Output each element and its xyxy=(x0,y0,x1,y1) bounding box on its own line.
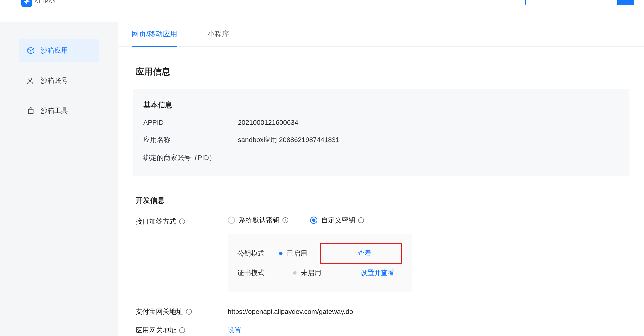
info-icon[interactable]: i xyxy=(282,217,288,223)
sidebar-item-label: 沙箱账号 xyxy=(41,76,68,85)
status-enabled: 已启用 xyxy=(287,249,307,258)
app-name-value: sandbox应用:2088621987441831 xyxy=(238,135,340,144)
alipay-gateway-value: https://openapi.alipaydev.com/gateway.do xyxy=(228,308,353,316)
bag-icon xyxy=(27,107,35,115)
section-title-app-info: 应用信息 xyxy=(136,66,644,78)
sidebar-item-label: 沙箱工具 xyxy=(41,106,68,115)
top-search xyxy=(525,0,634,5)
sidebar-item-sandbox-account[interactable]: 沙箱账号 xyxy=(19,69,99,92)
tab-miniapp[interactable]: 小程序 xyxy=(207,20,229,46)
tab-bar: 网页/移动应用 小程序 xyxy=(118,20,644,47)
radio-custom-key[interactable]: 自定义密钥 i xyxy=(310,216,364,225)
info-icon[interactable]: i xyxy=(358,217,364,223)
svg-point-0 xyxy=(29,78,32,81)
header-bar: ALIPAY xyxy=(0,0,644,22)
logo-icon xyxy=(21,0,32,7)
sidebar-item-label: 沙箱应用 xyxy=(41,46,68,55)
radio-icon xyxy=(228,217,235,224)
app-name-label: 应用名称 xyxy=(143,135,238,144)
search-button[interactable] xyxy=(617,0,634,5)
info-icon[interactable]: i xyxy=(179,327,185,333)
logo-text: ALIPAY xyxy=(34,0,57,5)
tab-web-mobile[interactable]: 网页/移动应用 xyxy=(132,20,177,46)
appid-label: APPID xyxy=(143,119,238,126)
brand-logo: ALIPAY xyxy=(21,0,57,7)
cube-icon xyxy=(27,46,35,55)
pid-label: 绑定的商家账号（PID） xyxy=(143,153,238,162)
cert-mode-label: 证书模式 xyxy=(238,268,293,277)
basic-info-title: 基本信息 xyxy=(143,100,619,110)
sign-method-label: 接口加签方式 xyxy=(136,217,176,226)
sidebar: 沙箱应用 沙箱账号 沙箱工具 xyxy=(0,22,118,336)
info-icon[interactable]: i xyxy=(179,219,185,224)
sidebar-item-sandbox-app[interactable]: 沙箱应用 xyxy=(19,39,99,62)
public-key-label: 公钥模式 xyxy=(238,249,279,258)
status-disabled: 未启用 xyxy=(301,268,321,277)
alipay-gateway-label: 支付宝网关地址 xyxy=(136,307,183,316)
user-icon xyxy=(27,76,35,85)
sidebar-item-sandbox-tools[interactable]: 沙箱工具 xyxy=(19,99,99,122)
info-icon[interactable]: i xyxy=(186,309,192,315)
app-gateway-set-link[interactable]: 设置 xyxy=(228,325,241,335)
main-content: 网页/移动应用 小程序 应用信息 基本信息 APPID 202100012160… xyxy=(118,22,644,336)
set-and-view-cert-link[interactable]: 设置并查看 xyxy=(353,266,402,280)
dev-info-title: 开发信息 xyxy=(133,196,630,205)
view-highlight-box: 查看 xyxy=(320,243,402,264)
appid-value: 2021000121600634 xyxy=(238,119,298,126)
status-dot-enabled-icon xyxy=(279,252,282,255)
radio-default-key[interactable]: 系统默认密钥 i xyxy=(228,216,288,225)
search-input[interactable] xyxy=(525,0,617,5)
status-dot-disabled-icon xyxy=(293,271,296,275)
basic-info-card: 基本信息 APPID 2021000121600634 应用名称 sandbox… xyxy=(133,89,630,176)
app-gateway-label: 应用网关地址 xyxy=(136,325,176,335)
view-public-key-link[interactable]: 查看 xyxy=(337,246,392,260)
key-mode-card: 公钥模式 已启用 查看 证书模式 xyxy=(228,234,412,292)
radio-icon xyxy=(310,217,318,224)
sign-method-radio-group: 系统默认密钥 i 自定义密钥 i xyxy=(228,216,386,225)
